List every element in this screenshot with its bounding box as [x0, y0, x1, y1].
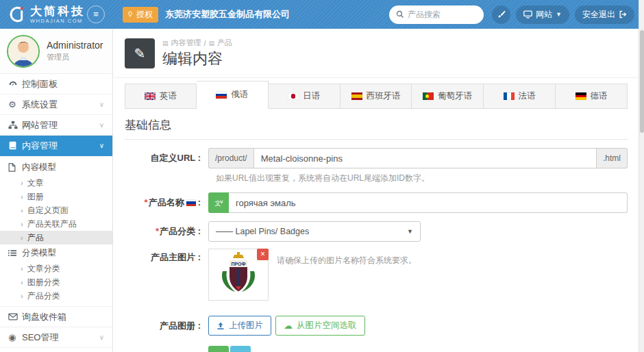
caret-down-icon: ▼ — [407, 228, 413, 235]
sidebar-item-inquiry-inbox[interactable]: 询盘收件箱 — [0, 307, 112, 327]
required-mark: * — [145, 197, 148, 208]
sidebar-item-system-settings[interactable]: ⚙ 系统设置 ∨ — [0, 95, 112, 115]
select-from-space-button[interactable]: ☁ 从图片空间选取 — [275, 316, 365, 336]
user-name: Administrator — [47, 40, 103, 51]
edit-icon: ✎ — [125, 38, 155, 68]
user-panel: Administrator 管理员 — [0, 29, 112, 74]
chevron-right-icon: › — [21, 179, 23, 187]
translate-icon: 文 — [214, 198, 223, 208]
logout-button[interactable]: 安全退出 — [575, 5, 634, 24]
space-button-label: 从图片空间选取 — [297, 320, 357, 331]
company-name: 东莞济安塑胶五金制品有限公司 — [165, 8, 290, 21]
delete-image-button[interactable]: × — [257, 249, 269, 260]
sidebar-item-product[interactable]: › 产品 — [0, 231, 112, 244]
main-image-thumbnail[interactable]: ПРОФ × — [208, 249, 269, 301]
sidebar-item-label: 系统设置 — [22, 99, 58, 111]
google-translate-button[interactable]: G — [230, 346, 251, 352]
chevron-right-icon: › — [21, 206, 23, 214]
sidebar-item-product-category[interactable]: › 产品分类 — [0, 289, 112, 303]
sidebar-item-label: SEO管理 — [22, 331, 58, 344]
auth-badge-label: 授权 — [136, 9, 153, 21]
menu-toggle-button[interactable]: ≡ — [87, 5, 105, 23]
category-selected-value: —— Lapel Pins/ Badges — [216, 227, 309, 236]
sidebar-item-website-management[interactable]: 网站管理 ∨ — [0, 115, 112, 136]
chevron-down-icon: ∨ — [99, 121, 104, 129]
russia-flag-icon — [186, 199, 196, 206]
france-flag-icon — [504, 92, 515, 100]
sidebar-item-article-category[interactable]: › 文章分类 — [0, 262, 112, 275]
auth-badge: 授权 — [123, 7, 158, 23]
tab-label: 法语 — [519, 90, 536, 102]
tab-label: 英语 — [160, 90, 177, 102]
sidebar-item-dashboard[interactable]: 控制面板 — [0, 74, 112, 95]
custom-url-input[interactable] — [253, 148, 597, 168]
avatar-image — [8, 36, 38, 66]
book-icon — [8, 141, 22, 150]
upload-button-label: 上传图片 — [229, 320, 263, 331]
description-editor: 文 G ▤ | ↶ ↷ — [208, 346, 628, 352]
badge-text: ПРОФ — [231, 262, 245, 266]
breadcrumb-current[interactable]: 产品 — [217, 38, 232, 48]
edit-form: 基础信息 自定义URL : /product/ .html 如果URL值出现重复… — [114, 117, 639, 352]
uk-flag-icon — [145, 92, 156, 100]
logout-label: 安全退出 — [582, 9, 615, 21]
tab-russian[interactable]: 俄语 — [197, 81, 269, 109]
dashboard-icon — [8, 79, 22, 89]
product-search[interactable] — [389, 5, 484, 24]
sidebar-item-category-model[interactable]: 分类模型 — [0, 244, 112, 262]
tab-label: 葡萄牙语 — [438, 90, 472, 102]
product-name-input[interactable] — [229, 192, 628, 213]
scrollbar-thumb[interactable] — [640, 30, 644, 133]
sidebar-item-content-management[interactable]: 内容管理 ∨ — [0, 136, 112, 156]
translate-button[interactable]: 文 — [208, 346, 229, 352]
category-select[interactable]: —— Lapel Pins/ Badges ▼ — [208, 221, 421, 242]
sidebar-item-label: 产品关联产品 — [27, 218, 77, 230]
url-prefix: /product/ — [208, 148, 253, 168]
tab-french[interactable]: 法语 — [484, 84, 556, 109]
sidebar-item-seo[interactable]: ◉ SEO管理 ∨ — [0, 327, 112, 348]
section-title: 基础信息 — [125, 117, 628, 140]
tab-portuguese[interactable]: 葡萄牙语 — [412, 84, 484, 109]
user-role: 管理员 — [47, 52, 103, 62]
theme-brush-button[interactable] — [492, 5, 510, 24]
page-title: 编辑内容 — [162, 49, 232, 69]
sidebar-item-related-product[interactable]: › 产品关联产品 — [0, 217, 112, 231]
sign-out-icon — [619, 10, 627, 18]
sidebar-item-label: 询盘收件箱 — [22, 311, 66, 323]
main-image-label: 产品主图片 : — [125, 251, 208, 264]
logo-subtitle: WHDAJIAN.COM — [30, 18, 85, 24]
description-row: 详细描述: 文 G — [125, 346, 628, 352]
sidebar-item-content-model[interactable]: 内容模型 — [0, 159, 112, 176]
tab-german[interactable]: 德语 — [556, 84, 628, 109]
sidebar-item-album-category[interactable]: › 图册分类 — [0, 275, 112, 289]
custom-url-row: 自定义URL : /product/ .html — [125, 148, 628, 168]
sidebar-item-label: 分类模型 — [22, 247, 56, 259]
breadcrumb: ▤ 内容管理 / ▤ 产品 — [162, 38, 232, 48]
list-icon — [8, 249, 22, 257]
chevron-down-icon: ▼ — [556, 11, 562, 18]
tab-label: 日语 — [303, 90, 320, 102]
product-name-row: *产品名称: 文 — [125, 192, 628, 213]
upload-image-button[interactable]: 上传图片 — [208, 316, 271, 336]
envelope-icon — [8, 313, 22, 320]
breadcrumb-parent[interactable]: 内容管理 — [171, 38, 201, 48]
japan-flag-icon — [288, 92, 299, 100]
sidebar-item-label: 控制面板 — [22, 78, 58, 90]
logo-mark-icon — [8, 5, 26, 23]
sidebar-item-custom-page[interactable]: › 自定义页面 — [0, 203, 112, 217]
logo-title: 大简科技 — [30, 5, 85, 17]
sidebar-item-label: 网站管理 — [22, 119, 58, 131]
sidebar-item-label: 图册分类 — [27, 277, 60, 288]
sidebar-item-article[interactable]: › 文章 — [0, 176, 112, 190]
tab-spanish[interactable]: 西班牙语 — [340, 84, 412, 109]
translate-button[interactable]: 文 — [208, 192, 229, 213]
sidebar-item-album[interactable]: › 图册 — [0, 190, 112, 203]
website-menu-button[interactable]: 网站 ▼ — [516, 5, 569, 24]
cloud-icon: ☁ — [284, 320, 293, 331]
search-input[interactable] — [408, 10, 476, 19]
svg-text:文: 文 — [214, 199, 221, 207]
tab-japanese[interactable]: 日语 — [269, 84, 340, 109]
tab-english[interactable]: 英语 — [125, 84, 197, 109]
custom-url-label: 自定义URL : — [125, 152, 208, 164]
page-scrollbar[interactable] — [639, 0, 644, 352]
